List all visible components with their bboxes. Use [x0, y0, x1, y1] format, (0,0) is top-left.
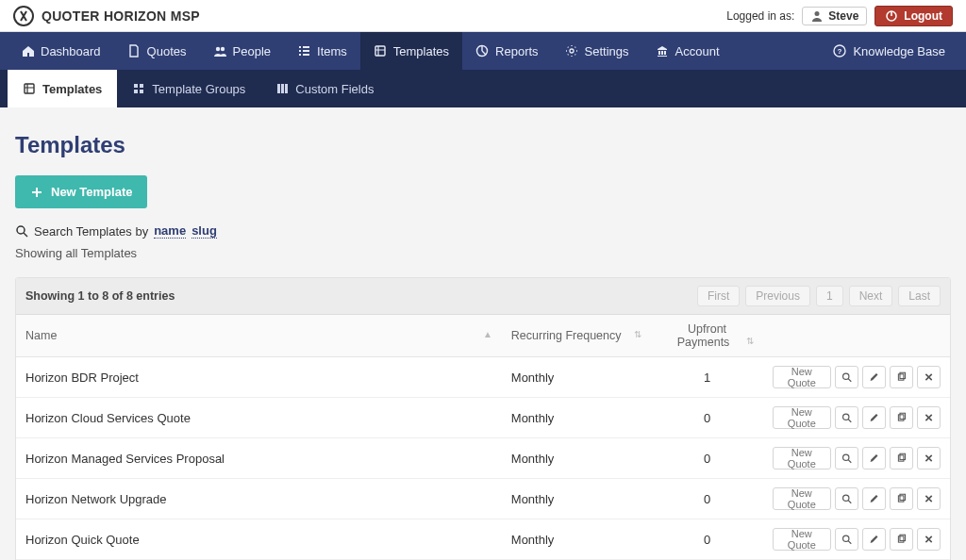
duplicate-button[interactable]	[890, 447, 913, 469]
view-button[interactable]	[835, 447, 858, 469]
home-icon	[21, 44, 34, 58]
duplicate-button[interactable]	[890, 406, 913, 429]
nav-items[interactable]: Items	[284, 32, 360, 70]
templates-table: Name ▲ Recurring Frequency ⇅ Upfront Pay…	[16, 315, 950, 560]
view-button[interactable]	[835, 487, 858, 510]
nav-account[interactable]: Account	[642, 32, 733, 70]
edit-button[interactable]	[862, 487, 886, 510]
pie-icon	[475, 44, 489, 58]
edit-button[interactable]	[862, 406, 886, 429]
cell-freq: Monthly	[502, 519, 651, 560]
cell-name: Horizon Quick Quote	[16, 519, 502, 560]
search-icon	[841, 452, 852, 465]
search-icon	[841, 533, 852, 546]
doc-icon	[127, 44, 141, 58]
duplicate-button[interactable]	[890, 366, 913, 388]
nav-quotes-label: Quotes	[147, 44, 187, 58]
main-nav: Dashboard Quotes People Items Templates …	[0, 32, 966, 70]
topbar-right: Logged in as: Steve Logout	[726, 6, 953, 26]
logout-label: Logout	[904, 9, 942, 23]
user-chip[interactable]: Steve	[802, 7, 867, 25]
pager: First Previous 1 Next Last	[697, 286, 941, 306]
subnav-templates-label: Templates	[42, 82, 102, 96]
new-quote-button[interactable]: New Quote	[773, 366, 831, 388]
row-actions: New Quote	[773, 447, 941, 469]
edit-button[interactable]	[862, 366, 886, 388]
cell-upfront: 0	[651, 398, 763, 438]
subnav-template-groups-label: Template Groups	[152, 82, 245, 96]
cell-upfront: 0	[651, 479, 763, 519]
new-quote-button[interactable]: New Quote	[773, 447, 831, 469]
close-icon	[924, 492, 934, 505]
pager-page-1[interactable]: 1	[816, 286, 843, 306]
logout-button[interactable]: Logout	[874, 6, 953, 26]
close-icon	[924, 411, 934, 424]
page-body: Templates New Template Search Templates …	[0, 107, 966, 560]
delete-button[interactable]	[917, 447, 941, 469]
cell-upfront: 1	[651, 357, 763, 398]
search-by-name-link[interactable]: name	[154, 223, 186, 239]
subnav-custom-fields-label: Custom Fields	[295, 82, 374, 96]
delete-button[interactable]	[917, 528, 941, 551]
user-icon	[810, 9, 824, 23]
copy-icon	[896, 411, 907, 424]
nav-reports[interactable]: Reports	[462, 32, 552, 70]
view-button[interactable]	[835, 366, 858, 388]
search-by-slug-link[interactable]: slug	[192, 223, 217, 239]
nav-people[interactable]: People	[200, 32, 284, 70]
sort-icon: ⇅	[746, 336, 754, 346]
cell-freq: Monthly	[502, 357, 651, 398]
templates-table-card: Showing 1 to 8 of 8 entries First Previo…	[15, 277, 951, 560]
subnav-custom-fields[interactable]: Custom Fields	[260, 70, 389, 107]
sub-nav: Templates Template Groups Custom Fields	[0, 70, 966, 107]
columns-icon	[275, 82, 289, 95]
pager-first[interactable]: First	[697, 286, 740, 306]
bank-icon	[656, 44, 669, 58]
search-icon	[841, 411, 852, 424]
nav-settings[interactable]: Settings	[552, 32, 642, 70]
new-template-label: New Template	[51, 185, 132, 199]
new-template-button[interactable]: New Template	[15, 175, 147, 208]
duplicate-button[interactable]	[890, 528, 913, 551]
pencil-icon	[869, 411, 879, 424]
table-header-bar: Showing 1 to 8 of 8 entries First Previo…	[16, 278, 950, 315]
subnav-template-groups[interactable]: Template Groups	[117, 70, 260, 107]
col-upfront[interactable]: Upfront Payments ⇅	[651, 315, 763, 357]
people-icon	[213, 44, 226, 58]
pager-next[interactable]: Next	[849, 286, 893, 306]
view-button[interactable]	[835, 406, 858, 429]
cell-upfront: 0	[651, 519, 763, 560]
nav-account-label: Account	[675, 44, 720, 58]
pager-last[interactable]: Last	[898, 286, 941, 306]
row-actions: New Quote	[773, 487, 941, 510]
edit-button[interactable]	[862, 528, 886, 551]
new-quote-button[interactable]: New Quote	[773, 487, 831, 510]
delete-button[interactable]	[917, 406, 941, 429]
user-name: Steve	[828, 9, 858, 23]
edit-button[interactable]	[862, 447, 886, 469]
delete-button[interactable]	[917, 487, 941, 510]
duplicate-button[interactable]	[890, 487, 913, 510]
nav-dashboard[interactable]: Dashboard	[8, 32, 114, 70]
cell-name: Horizon BDR Project	[16, 357, 502, 398]
nav-settings-label: Settings	[585, 44, 629, 58]
cell-freq: Monthly	[502, 398, 651, 438]
col-freq[interactable]: Recurring Frequency ⇅	[502, 315, 651, 357]
subnav-templates[interactable]: Templates	[8, 70, 117, 107]
col-freq-label: Recurring Frequency	[511, 329, 622, 342]
table-row: Horizon Cloud Services QuoteMonthly0New …	[16, 398, 950, 438]
view-button[interactable]	[835, 528, 858, 551]
search-icon	[841, 371, 852, 384]
new-quote-button[interactable]: New Quote	[773, 528, 831, 551]
table-row: Horizon Network UpgradeMonthly0New Quote	[16, 479, 950, 519]
col-name[interactable]: Name ▲	[16, 315, 502, 357]
nav-quotes[interactable]: Quotes	[114, 32, 200, 70]
nav-knowledge-base[interactable]: Knowledge Base	[820, 32, 958, 70]
pager-previous[interactable]: Previous	[745, 286, 810, 306]
template-icon	[374, 44, 387, 58]
delete-button[interactable]	[917, 366, 941, 388]
cell-freq: Monthly	[502, 479, 651, 519]
new-quote-button[interactable]: New Quote	[773, 406, 831, 429]
table-row: Horizon BDR ProjectMonthly1New Quote	[16, 357, 950, 398]
nav-templates[interactable]: Templates	[360, 32, 462, 70]
